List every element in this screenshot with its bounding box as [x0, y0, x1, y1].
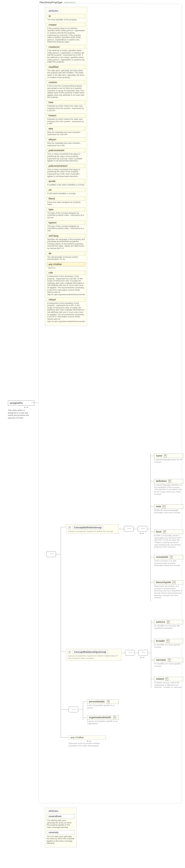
attr-modified: modified	[47, 65, 85, 69]
attr-dir: dir	[47, 251, 85, 255]
person-details[interactable]: personDetails +	[87, 700, 119, 704]
root-card: 0..∞	[24, 406, 51, 408]
attr-uri: uri	[47, 188, 85, 192]
attr-howuri: howuri	[47, 114, 85, 118]
attr-role: role	[47, 271, 85, 275]
attr-coversfrom: coversfrom	[47, 814, 75, 818]
sequence-root	[47, 551, 56, 557]
root-help: The party which is assigned to cover the…	[8, 409, 32, 419]
attributes-lower-box: attributes coversfromThe starting date (…	[45, 808, 76, 847]
expand-icon[interactable]: +	[113, 716, 116, 719]
attr-qcode: qcode	[47, 179, 85, 183]
attr-xml-lang: xml:lang	[47, 234, 85, 238]
attr-whyuri: whyuri	[47, 137, 85, 142]
group-icon: ⊞	[68, 651, 71, 654]
expand-icon[interactable]: +	[163, 530, 166, 533]
leaf-note[interactable]: note+	[154, 504, 183, 509]
sequence-def	[124, 526, 133, 532]
attr-coversto: coversto	[47, 830, 75, 835]
any-other-element[interactable]: any ##other	[69, 735, 105, 740]
attr-literal: literal	[47, 196, 85, 201]
leaf-definition[interactable]: definition+	[154, 479, 183, 484]
expand-icon[interactable]: +	[165, 678, 168, 680]
leaf-sameas[interactable]: sameAs+	[154, 620, 183, 624]
attr-creator: creator	[47, 23, 85, 27]
expand-icon[interactable]: +	[173, 581, 176, 584]
leaf-broader[interactable]: broader+	[154, 639, 183, 643]
expand-icon[interactable]: +	[162, 505, 165, 508]
expand-icon[interactable]: +	[167, 621, 170, 623]
choice-details	[69, 707, 78, 712]
attr-typeuri: typeuri	[47, 220, 85, 225]
attr-pubconstrainturi: pubconstrainturi	[47, 164, 85, 168]
root-element[interactable]: assignedTo	[8, 400, 34, 406]
expand-icon[interactable]: +	[166, 640, 169, 643]
leaf-hierarchyinfo[interactable]: hierarchyInfo+	[154, 580, 183, 585]
attr-pubconstraint: pubconstraint	[47, 148, 85, 152]
sequence-rel	[125, 650, 134, 656]
leaf-facet[interactable]: facet+	[154, 530, 183, 534]
concept-definition-group[interactable]: ⊞ ConceptDefinitionGroup A group of prop…	[66, 524, 119, 534]
attributes-main-box: attributes idThe local identifier of the…	[45, 7, 87, 326]
leaf-remoteinfo[interactable]: remoteInfo+	[154, 555, 183, 559]
attr-any-other: any ##other	[47, 262, 85, 267]
concept-relationships-group[interactable]: ⊞ ConceptRelationshipsGroup A group of p…	[66, 649, 121, 661]
expand-icon[interactable]: +	[170, 556, 173, 559]
attr-creatoruri: creatoruri	[47, 45, 85, 49]
extensions-label: extensions	[64, 1, 75, 4]
type-name: Flex1PartyPropType	[39, 1, 62, 4]
leaf-related[interactable]: related+	[154, 677, 183, 681]
group-icon: ⊞	[68, 526, 71, 529]
choice-def	[138, 526, 147, 532]
expand-icon[interactable]: +	[107, 700, 110, 703]
attr-why: why	[47, 127, 85, 131]
attr-roleuri: roleuri	[47, 298, 85, 302]
expand-icon[interactable]: +	[168, 480, 171, 483]
leaf-name[interactable]: name+	[154, 454, 183, 458]
organisation-details[interactable]: organisationDetails +	[87, 715, 119, 720]
attr-id: id	[47, 14, 85, 18]
expand-icon[interactable]: +	[168, 659, 171, 661]
expand-icon[interactable]: +	[164, 455, 167, 457]
attr-type: type	[47, 207, 85, 212]
choice-rel	[138, 650, 148, 656]
attr-custom: custom	[47, 80, 85, 84]
leaf-narrower[interactable]: narrower+	[154, 658, 183, 662]
attr-how: how	[47, 100, 85, 104]
